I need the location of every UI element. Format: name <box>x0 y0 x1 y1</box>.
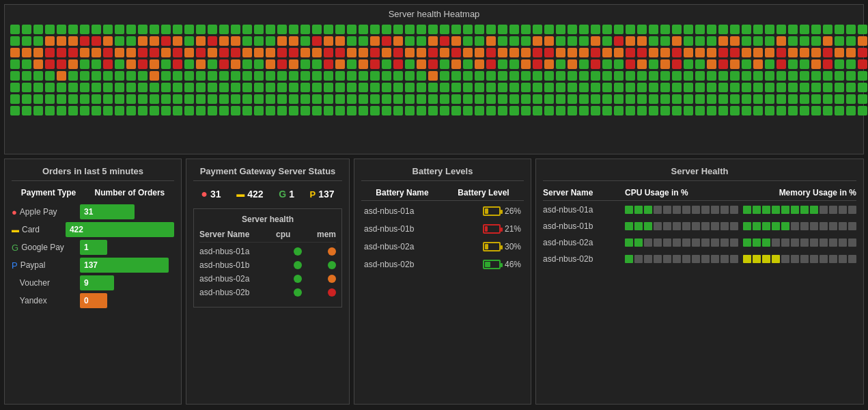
orders-row: ▬ Card 422 <box>12 222 174 237</box>
heatmap-cell <box>115 59 124 69</box>
cpu-seg-gray <box>711 206 719 214</box>
server-health-panel-title: Server Health <box>543 166 856 181</box>
orders-label: G Google Pay <box>12 243 80 253</box>
heatmap-cell <box>103 59 113 69</box>
heatmap-cell <box>695 94 705 104</box>
heatmap-cell <box>800 94 809 104</box>
heatmap-cell <box>277 36 287 46</box>
heatmap-cell <box>660 25 670 34</box>
cpu-seg-gray <box>730 238 738 247</box>
gateway-summary-item: ● 31 <box>201 188 221 200</box>
heatmap-cell <box>231 25 240 34</box>
heatmap-cell <box>196 94 206 104</box>
heatmap-cell <box>637 94 647 104</box>
battery-icon <box>483 242 501 251</box>
heatmap-cell <box>718 71 728 81</box>
sh-sub-server-name: asd-nbus-01a <box>199 247 268 256</box>
heatmap-cell <box>591 25 600 34</box>
cpu-seg-gray <box>654 222 662 230</box>
battery-icon <box>483 224 501 234</box>
heatmap-cell <box>765 83 774 92</box>
server-health-sub: Server health Server Name cpu mem asd-nb… <box>193 208 342 308</box>
heatmap-cell <box>254 36 264 46</box>
heatmap-cell <box>614 48 624 57</box>
heatmap-cell <box>568 106 577 115</box>
heatmap-cell <box>57 25 66 34</box>
heatmap-cell <box>475 71 484 81</box>
cpu-seg-gray <box>720 206 729 214</box>
heatmap-cell <box>602 36 612 46</box>
mem-seg-yellow <box>762 255 770 263</box>
gateway-summary-item: ▬ 422 <box>236 189 263 200</box>
battery-percent: 21% <box>505 224 521 234</box>
heatmap-cell <box>568 36 577 46</box>
heatmap-cell <box>568 94 577 104</box>
heatmap-cell <box>742 94 751 104</box>
heatmap-cell <box>22 71 31 81</box>
heatmap-cell <box>707 25 716 34</box>
heatmap-cell <box>509 59 519 69</box>
cpu-seg-green <box>625 222 633 230</box>
cpu-seg-gray <box>654 255 662 263</box>
heatmap-cell <box>382 71 391 81</box>
heatmap-cell <box>324 106 333 115</box>
mem-seg-green <box>800 206 809 214</box>
heatmap-cell <box>324 94 333 104</box>
heatmap-cell <box>753 94 763 104</box>
cpu-seg-gray <box>673 238 681 247</box>
heatmap-cell <box>208 36 217 46</box>
sh-col-name: Server Name <box>199 230 249 239</box>
heatmap-cell <box>382 25 391 34</box>
heatmap-cell <box>707 106 716 115</box>
cpu-seg-gray <box>720 238 729 247</box>
heatmap-cell <box>33 25 43 34</box>
heatmap-cell <box>835 94 844 104</box>
heatmap-cell <box>591 71 600 81</box>
heatmap-cell <box>231 106 240 115</box>
battery-level-cell: 26% <box>483 206 521 216</box>
battery-server-name: asd-nbus-02a <box>364 242 432 251</box>
heatmap-cell <box>730 25 740 34</box>
heatmap-cell <box>196 106 206 115</box>
sh-sub-rows: asd-nbus-01a asd-nbus-01b asd-nbus-02a a… <box>199 247 336 297</box>
heatmap-cell <box>161 59 171 69</box>
heatmap-cell <box>208 106 217 115</box>
heatmap-cell <box>103 25 113 34</box>
heatmap-cell <box>359 59 368 69</box>
heatmap-cell <box>80 48 89 57</box>
heatmap-cell <box>568 71 577 81</box>
heatmap-cell <box>382 59 391 69</box>
cpu-seg-gray <box>692 206 700 214</box>
mem-bar <box>741 206 857 214</box>
heatmap-cell <box>312 25 322 34</box>
heatmap-cell <box>417 94 426 104</box>
heatmap-cell <box>393 94 403 104</box>
sh-sub-title: Server health <box>199 215 336 224</box>
cpu-seg-gray <box>654 206 662 214</box>
heatmap-cell <box>672 106 682 115</box>
heatmap-cell <box>730 59 740 69</box>
heatmap-cell <box>266 106 275 115</box>
heatmap-cell <box>347 94 356 104</box>
heatmap-cell <box>347 25 356 34</box>
heatmap-cell <box>242 59 252 69</box>
heatmap-cell <box>45 106 55 115</box>
mem-seg-gray <box>848 222 856 230</box>
battery-fill <box>485 262 490 267</box>
heatmap-cell <box>370 71 380 81</box>
heatmap-cell <box>173 25 182 34</box>
heatmap-cell <box>823 106 832 115</box>
heatmap-cell <box>68 94 78 104</box>
heatmap-cell <box>45 83 55 92</box>
heatmap-cell <box>684 59 693 69</box>
battery-row: asd-nbus-01b 21% <box>361 223 524 235</box>
heatmap-cell <box>730 106 740 115</box>
sh-sub-server-name: asd-nbus-02b <box>199 288 268 297</box>
heatmap-cell <box>626 94 635 104</box>
heatmap-cell <box>92 36 101 46</box>
cpu-seg-green <box>625 238 633 247</box>
heatmap-cell <box>161 83 171 92</box>
cpu-seg-gray <box>663 222 671 230</box>
heatmap-cell <box>300 106 310 115</box>
orders-label: P Paypal <box>12 260 80 271</box>
